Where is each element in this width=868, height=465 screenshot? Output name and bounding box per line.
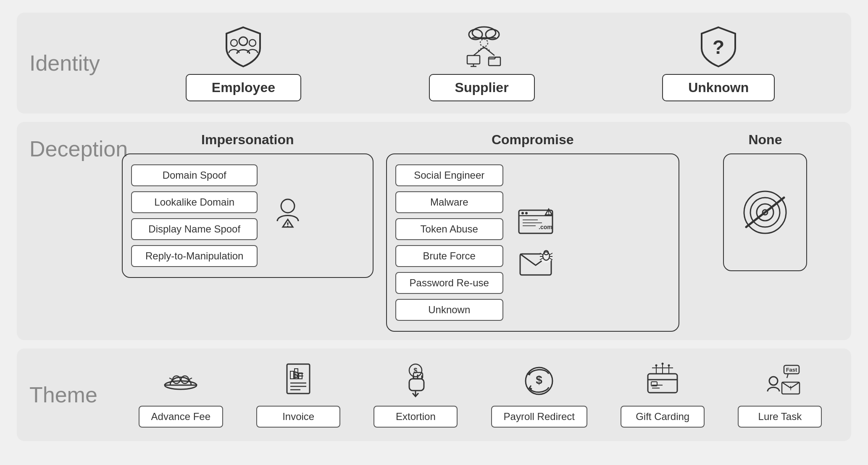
svg-line-84 [787,374,788,378]
svg-point-21 [525,212,528,214]
impersonation-column: Impersonation Domain Spoof Lookalike Dom… [122,132,374,278]
lure-task-icon: Fast ! [761,362,799,400]
extortion-icon: $ [397,362,434,400]
impersonation-card: Domain Spoof Lookalike Domain Display Na… [122,153,374,278]
identity-employee: Employee [186,25,301,101]
impersonation-title: Impersonation [201,132,294,148]
identity-label: Identity [29,50,122,76]
reply-to-pill: Reply-to-Manipulation [131,245,258,267]
svg-point-0 [239,37,247,45]
theme-gift-carding: Gift Carding [621,362,705,428]
svg-point-1 [231,40,237,46]
svg-text:Fast: Fast [786,367,797,373]
theme-row: Advance Fee $= [122,362,839,428]
identity-supplier: Supplier [429,25,535,101]
theme-advance-fee: Advance Fee [139,362,223,428]
svg-rect-58 [409,379,424,391]
none-column: None [692,132,839,271]
display-name-spoof-pill: Display Name Spoof [131,218,258,240]
svg-point-27 [548,213,549,214]
svg-line-47 [169,378,173,380]
password-reuse-pill: Password Re-use [395,272,503,294]
theme-extortion: $ Extortion [374,362,458,428]
theme-invoice: $= Invoice [256,362,340,428]
svg-rect-10 [467,55,480,64]
employee-box: Employee [186,74,301,101]
svg-text:$: $ [414,367,418,374]
gift-carding-icon [644,362,681,400]
compromise-icons: .com [517,208,555,277]
svg-point-80 [769,377,778,385]
lure-task-box: Lure Task [738,406,822,428]
invoice-icon: $= [279,362,317,400]
svg-line-9 [484,47,494,55]
social-engineer-pill: Social Engineer [395,164,503,186]
deception-section: Deception Impersonation Domain Spoof Loo… [17,122,851,340]
employee-icon [222,25,264,67]
deception-label: Deception [29,132,122,161]
unknown-identity-icon: ? [697,25,739,67]
svg-point-7 [480,39,488,47]
identity-section: Identity Employe [17,13,851,114]
compromise-column: Compromise Social Engineer Malware Token… [386,132,679,332]
identity-row: Employee [122,25,839,101]
impersonation-list: Domain Spoof Lookalike Domain Display Na… [131,164,258,267]
compromise-card: Social Engineer Malware Token Abuse Brut… [386,153,679,332]
supplier-icon [457,25,507,67]
gift-carding-box: Gift Carding [621,406,705,428]
supplier-box: Supplier [429,74,535,101]
svg-text:!: ! [790,385,792,391]
compromise-list: Social Engineer Malware Token Abuse Brut… [395,164,503,321]
svg-point-79 [668,365,670,367]
svg-line-42 [746,198,784,227]
token-abuse-pill: Token Abuse [395,218,503,240]
extortion-box: Extortion [374,406,458,428]
theme-payroll-redirect: $ Payroll Redirect [491,362,587,428]
svg-point-77 [655,365,658,367]
svg-point-3 [472,27,496,39]
impersonation-icon [271,197,305,235]
none-title: None [748,132,782,148]
advance-fee-box: Advance Fee [139,406,223,428]
none-card [723,153,807,271]
svg-point-78 [662,363,664,365]
svg-text:.com: .com [539,224,552,230]
unknown-identity-box: Unknown [662,74,775,101]
theme-label: Theme [29,382,122,407]
svg-point-20 [521,212,524,214]
lookalike-domain-pill: Lookalike Domain [131,191,258,213]
svg-rect-68 [648,374,677,393]
payroll-redirect-box: Payroll Redirect [491,406,587,428]
compromise-title: Compromise [492,132,574,148]
brute-force-pill: Brute Force [395,245,503,267]
advance-fee-icon [162,362,200,400]
svg-line-48 [189,378,192,380]
invoice-box: Invoice [256,406,340,428]
unknown-compromise-pill: Unknown [395,299,503,321]
identity-unknown: ? Unknown [662,25,775,101]
svg-point-15 [281,199,295,213]
svg-point-2 [249,40,256,46]
svg-point-17 [287,226,289,227]
theme-lure-task: Fast ! Lure Task [738,362,822,428]
domain-spoof-pill: Domain Spoof [131,164,258,186]
theme-section: Theme Advance Fee [17,349,851,441]
malware-pill: Malware [395,191,503,213]
svg-line-8 [473,47,484,55]
payroll-redirect-icon: $ [520,362,558,400]
svg-text:$: $ [536,373,542,386]
svg-text:?: ? [713,36,724,58]
